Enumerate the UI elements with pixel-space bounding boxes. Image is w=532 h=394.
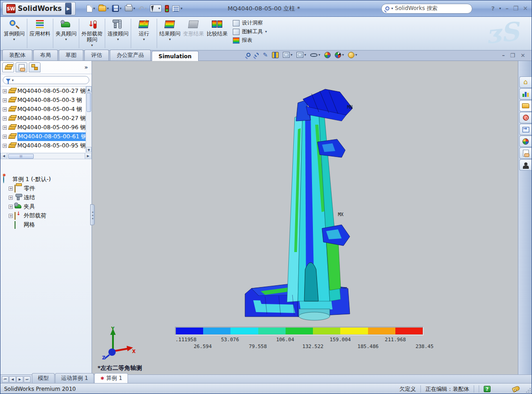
tree-item[interactable]: +MQ4040-08-05-00-95 钢: [0, 141, 92, 150]
design-library-tab[interactable]: [519, 88, 532, 100]
tree-vertical-scrollbar[interactable]: ▲ ▼: [86, 86, 92, 152]
run-button[interactable]: ⚡ 运行▾: [132, 17, 156, 50]
close-button[interactable]: ✕: [523, 5, 528, 12]
search-box[interactable]: ▾ SolidWorks 搜索: [381, 4, 472, 14]
study-connections-item[interactable]: +连结: [3, 193, 92, 202]
expand-icon[interactable]: +: [3, 144, 7, 148]
tree-item[interactable]: +MQ4040-08-05-00-27 钢: [0, 86, 92, 96]
tree-item-selected[interactable]: +MQ4040-08-05-00-61 钢: [0, 132, 92, 141]
new-document-button[interactable]: ▾: [87, 5, 95, 12]
print-button[interactable]: ▾: [125, 5, 135, 11]
expand-icon[interactable]: +: [9, 196, 13, 200]
tag-icon[interactable]: [512, 385, 521, 393]
solidworks-menu-button[interactable]: SW SolidWorks ▶: [2, 2, 76, 15]
tree-item[interactable]: +MQ4040-08-05-00-27 钢: [0, 114, 92, 123]
panel-overflow-chevron[interactable]: »: [84, 64, 90, 71]
expand-icon[interactable]: +: [9, 205, 13, 209]
expand-icon[interactable]: +: [3, 135, 7, 139]
search-dropdown-icon[interactable]: ▾: [391, 6, 393, 10]
scroll-down-icon[interactable]: ▼: [86, 147, 92, 152]
study-mesh-item[interactable]: 网格: [3, 220, 92, 229]
scroll-up-icon[interactable]: ▲: [86, 86, 92, 92]
view-palette-tab[interactable]: [519, 124, 532, 135]
tree-horizontal-scrollbar[interactable]: ◀ ⦀⦀ ▶: [0, 153, 92, 159]
scrollbar-thumb[interactable]: [87, 93, 91, 112]
expand-icon[interactable]: +: [3, 116, 7, 121]
hscrollbar-thumb[interactable]: ⦀⦀: [8, 154, 34, 159]
model-tab[interactable]: 模型: [32, 373, 55, 383]
custom-properties-tab[interactable]: [519, 147, 532, 159]
next-tab-icon[interactable]: ▶: [16, 376, 23, 383]
study-parts-item[interactable]: +零件: [3, 184, 92, 193]
expand-icon[interactable]: +: [3, 98, 7, 102]
select-tool-button[interactable]: ▾: [150, 5, 162, 12]
appearances-tab[interactable]: [519, 136, 532, 147]
tree-filter-input[interactable]: ▾: [3, 76, 89, 84]
undo-button[interactable]: ↶▾: [138, 5, 147, 12]
section-view-button[interactable]: [272, 52, 279, 58]
doc-close-button[interactable]: ✕: [521, 52, 525, 59]
quick-tips-icon[interactable]: ?: [484, 386, 491, 392]
expand-icon[interactable]: +: [3, 107, 7, 111]
tree-item[interactable]: +MQ4040-08-05-00-96 钢: [0, 123, 92, 132]
study-tab[interactable]: ✱算例 1: [94, 373, 128, 383]
built-in-libraries-tab[interactable]: [519, 159, 532, 171]
first-tab-icon[interactable]: ⏮: [2, 376, 9, 383]
last-tab-icon[interactable]: ⏭: [24, 376, 31, 383]
display-style-button[interactable]: ▾: [297, 52, 306, 58]
study-advisor-button[interactable]: 算例顾问▾: [2, 17, 26, 50]
tab-assembly[interactable]: 装配体: [2, 50, 32, 61]
design-insight-button[interactable]: 设计洞察: [233, 20, 267, 26]
study-external-loads-item[interactable]: +外部载荷: [3, 211, 92, 220]
menu-expand-arrow-icon[interactable]: ▶: [65, 3, 72, 15]
tab-simulation[interactable]: Simulation: [152, 51, 199, 61]
zoom-to-selection-button[interactable]: ✎: [263, 51, 268, 58]
doc-minimize-button[interactable]: –: [502, 52, 505, 59]
graphics-viewport[interactable]: MN MX .111958 26.594 53.076 79.558 106.0…: [92, 61, 518, 374]
fixtures-advisor-button[interactable]: 夹具顾问▾: [54, 17, 78, 50]
results-advisor-button[interactable]: 结果顾问▾: [158, 17, 182, 50]
tree-item[interactable]: +MQ4040-08-05-00-4 钢: [0, 105, 92, 114]
view-orientation-button[interactable]: ▾: [283, 52, 292, 58]
apply-scene-button[interactable]: ▾: [335, 52, 344, 58]
tree-item[interactable]: +MQ4040-08-05-00-3 钢: [0, 96, 92, 105]
scroll-left-icon[interactable]: ◀: [1, 153, 7, 159]
hide-show-items-button[interactable]: ▾: [310, 53, 320, 57]
expand-icon[interactable]: +: [3, 126, 7, 130]
tab-office-products[interactable]: 办公室产品: [110, 50, 151, 61]
edit-appearance-button[interactable]: [324, 52, 331, 58]
options-button[interactable]: ▾: [172, 5, 182, 12]
zoom-to-fit-button[interactable]: [246, 53, 251, 57]
filter-dropdown-icon[interactable]: ▾: [12, 78, 14, 82]
feature-tree-tab[interactable]: [2, 62, 14, 72]
toggle-states-button[interactable]: [165, 5, 169, 12]
configuration-manager-tab[interactable]: [29, 62, 41, 72]
save-button[interactable]: ▾: [112, 5, 122, 12]
minimize-button[interactable]: –: [506, 5, 509, 12]
file-explorer-tab[interactable]: [519, 100, 532, 111]
study-fixtures-item[interactable]: +夹具: [3, 202, 92, 211]
scroll-right-icon[interactable]: ▶: [85, 153, 91, 159]
property-manager-tab[interactable]: [15, 62, 27, 72]
search-tab[interactable]: [519, 112, 532, 123]
external-loads-advisor-button[interactable]: ↓ 外部载荷顾问▾: [80, 17, 104, 50]
expand-icon[interactable]: +: [9, 214, 13, 218]
tab-layout[interactable]: 布局: [33, 50, 58, 61]
report-button[interactable]: 报表: [233, 37, 267, 44]
help-dropdown-icon[interactable]: ▾: [499, 6, 501, 10]
maximize-button[interactable]: ❐: [513, 5, 518, 12]
resize-grip[interactable]: [525, 388, 531, 394]
plot-tools-button[interactable]: 图解工具▾: [233, 28, 267, 35]
study-root-item[interactable]: 算例 1 (-默认-): [3, 175, 92, 184]
view-settings-button[interactable]: ▾: [348, 52, 357, 58]
open-button[interactable]: ▾: [98, 5, 109, 11]
connections-advisor-button[interactable]: 连接顾问▾: [106, 17, 130, 50]
doc-restore-button[interactable]: ❐: [510, 52, 515, 59]
expand-icon[interactable]: +: [3, 89, 7, 93]
panel-splitter-handle[interactable]: ◂◂◂: [90, 204, 95, 225]
apply-material-button[interactable]: 应用材料: [28, 17, 52, 50]
help-button[interactable]: ?: [491, 5, 495, 12]
prev-tab-icon[interactable]: ◀: [9, 376, 16, 383]
resources-tab[interactable]: ⌂: [519, 76, 532, 88]
tab-evaluate[interactable]: 评估: [84, 50, 109, 61]
